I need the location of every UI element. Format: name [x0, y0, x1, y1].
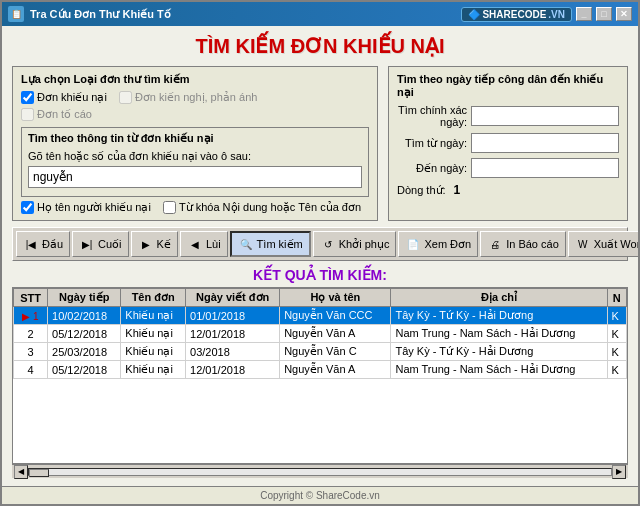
btn-dau-icon: |◀	[23, 236, 39, 252]
logo-sub: .VN	[548, 9, 565, 20]
checkbox-don-khieu-nai-input[interactable]	[21, 91, 34, 104]
col-dia-chi: Địa chỉ	[391, 289, 607, 307]
results-table-container[interactable]: STT Ngày tiếp Tên đơn Ngày viết đơn Họ v…	[12, 287, 628, 464]
date-from-input[interactable]	[471, 133, 619, 153]
row-cell-ngay_tiep: 10/02/2018	[48, 307, 121, 325]
row-cell-dia_chi: Nam Trung - Nam Sách - Hải Dương	[391, 325, 607, 343]
btn-in-bao-cao-icon: 🖨	[487, 236, 503, 252]
row-indicator-cell: 2	[14, 325, 48, 343]
search-section: Tìm theo thông tin từ đơn khiếu nại Gõ t…	[21, 127, 369, 197]
btn-ke[interactable]: ▶ Kế	[131, 231, 178, 257]
btn-dau[interactable]: |◀ Đầu	[16, 231, 70, 257]
date-exact-label: Tìm chính xác ngày:	[397, 104, 467, 128]
scroll-right-arrow[interactable]: ▶	[612, 465, 626, 479]
search-input[interactable]	[28, 166, 362, 188]
row-cell-ten_don: Khiếu nại	[121, 361, 186, 379]
radio-tu-khoa-label: Từ khóa Nội dung hoặc Tên của đơn	[179, 201, 361, 214]
toolbar: |◀ Đầu ▶| Cuối ▶ Kế ◀ Lùi 🔍 Tìm kiếm ↺ K…	[12, 227, 628, 261]
results-table: STT Ngày tiếp Tên đơn Ngày viết đơn Họ v…	[13, 288, 627, 379]
maximize-button[interactable]: □	[596, 7, 612, 21]
logo-badge: 🔷 SHARECODE.VN	[461, 7, 572, 22]
btn-xem-don-label: Xem Đơn	[424, 238, 471, 251]
checkbox-don-khieu-nai[interactable]: Đơn khiếu nại	[21, 91, 107, 104]
radio-ho-ten-label: Họ tên người khiếu nại	[37, 201, 151, 214]
close-button[interactable]: ✕	[616, 7, 632, 21]
row-cell-ho_ten: Nguyễn Văn A	[280, 361, 391, 379]
row-cell-ten_don: Khiếu nại	[121, 325, 186, 343]
btn-lui[interactable]: ◀ Lùi	[180, 231, 228, 257]
radio-tu-khoa[interactable]: Từ khóa Nội dung hoặc Tên của đơn	[163, 201, 361, 214]
date-to-label: Đến ngày:	[397, 162, 467, 175]
checkbox-kien-nghi-label: Đơn kiến nghị, phản ánh	[135, 91, 257, 104]
scroll-track[interactable]	[28, 468, 612, 476]
dong-thu-row: Dòng thứ: 1	[397, 183, 619, 197]
btn-lui-icon: ◀	[187, 236, 203, 252]
checkbox-don-khieu-nai-label: Đơn khiếu nại	[37, 91, 107, 104]
title-bar-left: 📋 Tra Cứu Đơn Thư Khiếu Tố	[8, 6, 171, 22]
row-cell-ten_don: Khiếu nại	[121, 307, 186, 325]
date-to-input[interactable]	[471, 158, 619, 178]
horizontal-scrollbar[interactable]: ◀ ▶	[12, 464, 628, 478]
row-indicator: ▶ 1	[22, 311, 38, 322]
row-cell-n: K	[607, 343, 626, 361]
col-ho-ten: Họ và tên	[280, 289, 391, 307]
minimize-button[interactable]: _	[576, 7, 592, 21]
btn-cuoi-label: Cuối	[98, 238, 122, 251]
col-stt: STT	[14, 289, 48, 307]
btn-dau-label: Đầu	[42, 238, 63, 251]
table-row[interactable]: 325/03/2018Khiếu nại03/2018Nguyễn Văn CT…	[14, 343, 627, 361]
btn-xem-don[interactable]: 📄 Xem Đơn	[398, 231, 478, 257]
btn-xuat-word-label: Xuất Word	[594, 238, 638, 251]
radio-ho-ten[interactable]: Họ tên người khiếu nại	[21, 201, 151, 214]
btn-khoi-phuc[interactable]: ↺ Khởi phục	[313, 231, 397, 257]
radio-row: Họ tên người khiếu nại Từ khóa Nội dung …	[21, 201, 369, 214]
checkbox-to-cao-input[interactable]	[21, 108, 34, 121]
btn-tim-kiem[interactable]: 🔍 Tìm kiếm	[230, 231, 311, 257]
checkbox-kien-nghi[interactable]: Đơn kiến nghị, phản ánh	[119, 91, 257, 104]
checkbox-kien-nghi-input[interactable]	[119, 91, 132, 104]
main-content: TÌM KIẾM ĐƠN KHIẾU NẠI Lựa chọn Loại đơn…	[2, 26, 638, 486]
row-cell-ngay_viet: 12/01/2018	[186, 361, 280, 379]
scroll-thumb[interactable]	[29, 469, 49, 477]
date-row-from: Tìm từ ngày:	[397, 133, 619, 153]
btn-cuoi-icon: ▶|	[79, 236, 95, 252]
table-row[interactable]: 405/12/2018Khiếu nại12/01/2018Nguyễn Văn…	[14, 361, 627, 379]
table-row[interactable]: ▶ 110/02/2018Khiếu nại01/01/2018Nguyễn V…	[14, 307, 627, 325]
btn-khoi-phuc-icon: ↺	[320, 236, 336, 252]
row-cell-ngay_viet: 01/01/2018	[186, 307, 280, 325]
row-indicator-cell: 3	[14, 343, 48, 361]
table-body: ▶ 110/02/2018Khiếu nại01/01/2018Nguyễn V…	[14, 307, 627, 379]
form-right-panel: Tìm theo ngày tiếp công dân đến khiếu nạ…	[388, 66, 628, 221]
radio-tu-khoa-input[interactable]	[163, 201, 176, 214]
row-cell-ho_ten: Nguyễn Văn C	[280, 343, 391, 361]
btn-khoi-phuc-label: Khởi phục	[339, 238, 390, 251]
checkbox-to-cao[interactable]: Đơn tố cáo	[21, 108, 92, 121]
footer: Copyright © ShareCode.vn	[2, 486, 638, 504]
btn-xuat-word[interactable]: W Xuất Word	[568, 231, 638, 257]
btn-cuoi[interactable]: ▶| Cuối	[72, 231, 129, 257]
row-cell-ngay_tiep: 05/12/2018	[48, 325, 121, 343]
row-cell-ngay_viet: 03/2018	[186, 343, 280, 361]
row-cell-ten_don: Khiếu nại	[121, 343, 186, 361]
btn-lui-label: Lùi	[206, 238, 221, 250]
table-row[interactable]: 205/12/2018Khiếu nại12/01/2018Nguyễn Văn…	[14, 325, 627, 343]
date-from-label: Tìm từ ngày:	[397, 137, 467, 150]
btn-xem-don-icon: 📄	[405, 236, 421, 252]
radio-ho-ten-input[interactable]	[21, 201, 34, 214]
window-icon: 📋	[8, 6, 24, 22]
checkbox-row-1: Đơn khiếu nại Đơn kiến nghị, phản ánh	[21, 91, 369, 104]
row-cell-ngay_viet: 12/01/2018	[186, 325, 280, 343]
col-ngay-viet: Ngày viết đơn	[186, 289, 280, 307]
date-section-title: Tìm theo ngày tiếp công dân đến khiếu nạ…	[397, 73, 619, 99]
scroll-left-arrow[interactable]: ◀	[14, 465, 28, 479]
results-title: KẾT QUẢ TÌM KIẾM:	[12, 267, 628, 283]
row-cell-ho_ten: Nguyễn Văn CCC	[280, 307, 391, 325]
btn-ke-label: Kế	[157, 238, 171, 251]
main-window: 📋 Tra Cứu Đơn Thư Khiếu Tố 🔷 SHARECODE.V…	[0, 0, 640, 506]
row-cell-ho_ten: Nguyễn Văn A	[280, 325, 391, 343]
row-cell-ngay_tiep: 25/03/2018	[48, 343, 121, 361]
left-section-title: Lựa chọn Loại đơn thư tìm kiếm	[21, 73, 369, 86]
col-ten-don: Tên đơn	[121, 289, 186, 307]
btn-in-bao-cao[interactable]: 🖨 In Báo cáo	[480, 231, 566, 257]
date-exact-input[interactable]	[471, 106, 619, 126]
